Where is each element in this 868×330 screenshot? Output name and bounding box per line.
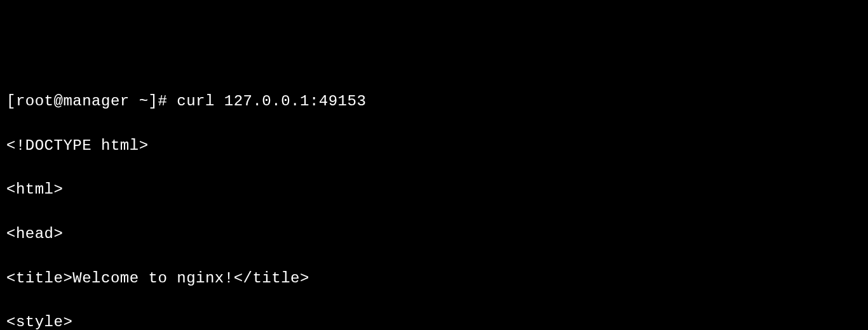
terminal-output-line: <style> xyxy=(6,312,862,330)
terminal-output-line: <title>Welcome to nginx!</title> xyxy=(6,268,862,290)
terminal-line-prompt: [root@manager ~]# curl 127.0.0.1:49153 xyxy=(6,91,862,113)
terminal-output-line: <head> xyxy=(6,223,862,246)
terminal-output-line: <html> xyxy=(6,179,862,201)
terminal-output-line: <!DOCTYPE html> xyxy=(6,135,862,157)
